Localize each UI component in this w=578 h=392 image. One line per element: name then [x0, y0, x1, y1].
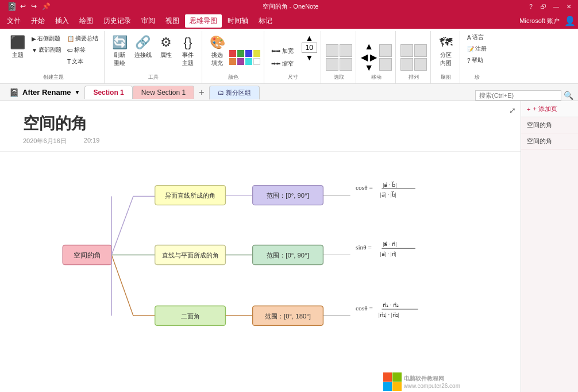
page-item-1[interactable]: 空间的角	[521, 117, 578, 133]
undo-button[interactable]: ↩	[18, 1, 28, 11]
select-option-1[interactable]	[326, 44, 338, 57]
menu-bar: 文件 开始 插入 绘图 历史记录 审阅 视图 思维导图 时间轴 标记 Micro…	[0, 13, 578, 29]
search-area: 🔍	[475, 90, 573, 101]
section-add-button[interactable]: +	[194, 87, 209, 98]
select-option-2[interactable]	[340, 44, 352, 57]
color-swatch-white[interactable]	[253, 58, 260, 65]
menu-mindmap[interactable]: 思维导图	[185, 14, 222, 28]
color-wheel-icon: 🎨	[210, 35, 225, 50]
move-left-btn[interactable]: ◀	[361, 52, 368, 63]
ribbon-btn-refresh[interactable]: 🔄 刷新重绘	[109, 33, 130, 69]
ribbon-btn-widen[interactable]: ⬅➡ 加宽	[269, 46, 296, 56]
window-controls: ? 🗗 — ✕	[526, 2, 573, 10]
arrange-option-1[interactable]	[400, 44, 413, 57]
branch3-formula-num: n⃗₁ · n⃗₂	[383, 302, 399, 308]
select-option-3[interactable]	[326, 58, 338, 71]
color-swatch-yellow[interactable]	[253, 50, 260, 57]
notebook-dropdown-icon[interactable]: ▼	[75, 89, 80, 95]
section-tab-2[interactable]: New Section 1	[133, 86, 194, 99]
menu-start[interactable]: 开始	[26, 14, 49, 28]
user-account[interactable]: Microsoft 账户	[519, 17, 560, 25]
notebook-icon: 📓	[9, 88, 19, 97]
date-text: 2020年6月16日	[23, 137, 67, 145]
page-title: 空间的角	[23, 113, 498, 134]
language-icon: A	[467, 34, 471, 41]
menu-mark[interactable]: 标记	[254, 14, 277, 28]
section-tab-1[interactable]: Section 1	[84, 86, 132, 99]
ribbon-btn-section-map[interactable]: 🗺 分区内图	[436, 33, 456, 69]
redo-button[interactable]: ↪	[29, 1, 38, 11]
ribbon-btn-register[interactable]: 📝 注册	[465, 44, 489, 54]
logo-green	[392, 372, 402, 382]
ribbon-btn-right-sub[interactable]: ▶右侧副题	[29, 33, 64, 44]
color-swatch-green[interactable]	[237, 50, 244, 57]
menu-history[interactable]: 历史记录	[99, 14, 136, 28]
pin-button[interactable]: 📌	[40, 1, 52, 11]
page-date: 2020年6月16日 20:19	[23, 137, 498, 145]
ribbon-group-arrange: 排列	[397, 31, 431, 83]
page-item-2[interactable]: 空间的角	[521, 133, 578, 149]
notebook-name[interactable]: 📓 After Rename ▼	[5, 86, 84, 99]
ribbon-group-color: 🎨 挑选填充 颜色	[203, 31, 264, 83]
new-group-icon: 🗂	[218, 89, 224, 96]
search-input[interactable]	[475, 90, 561, 101]
size-down-btn[interactable]: ▼	[305, 53, 313, 62]
color-swatch-orange[interactable]	[229, 58, 236, 65]
move-down-btn[interactable]: ▼	[364, 63, 373, 73]
color-swatch-cyan[interactable]	[245, 58, 252, 65]
menu-timeline[interactable]: 时间轴	[223, 14, 253, 28]
ribbon-btn-language[interactable]: A 语言	[465, 32, 486, 43]
color-swatch-red[interactable]	[229, 50, 236, 57]
menu-view[interactable]: 视图	[161, 14, 184, 28]
logo-red	[383, 372, 392, 382]
ribbon-btn-text[interactable]: T文本	[65, 56, 101, 67]
color-swatch-purple[interactable]	[237, 58, 244, 65]
arrange-option-3[interactable]	[400, 58, 413, 71]
ribbon-btn-narrow[interactable]: ➡⬅ 缩窄	[269, 59, 296, 69]
user-avatar[interactable]: 👤	[564, 16, 576, 26]
add-page-button[interactable]: + + 添加页	[521, 101, 578, 117]
move-right-btn[interactable]: ▶	[370, 52, 377, 63]
menu-review[interactable]: 审阅	[137, 14, 160, 28]
size-up-btn[interactable]: ▲	[305, 33, 313, 43]
arrange-option-2[interactable]	[414, 44, 427, 57]
ribbon-group-brainmap: 🗺 分区内图 脑图	[432, 31, 460, 83]
menu-file[interactable]: 文件	[2, 14, 25, 28]
ribbon-btn-help[interactable]: ? 帮助	[465, 55, 485, 66]
help-icon: ?	[467, 57, 471, 64]
ribbon-btn-event[interactable]: {} 事件主题	[178, 33, 198, 69]
ribbon-group-create: ⬛ 主题 ▶右侧副题 ▼底部副题 📋摘要总结 🏷标签 T文本	[3, 31, 105, 83]
ribbon-group-create-label: 创建主题	[3, 74, 104, 81]
select-option-4[interactable]	[340, 58, 352, 71]
watermark-url: www.computer26.com	[404, 383, 460, 389]
minimize-button[interactable]: —	[552, 2, 561, 10]
ribbon-btn-bottom-sub[interactable]: ▼底部副题	[29, 45, 64, 55]
menu-insert[interactable]: 插入	[51, 14, 74, 28]
search-button[interactable]: 🔍	[564, 91, 573, 100]
ribbon-btn-color-pick[interactable]: 🎨 挑选填充	[207, 33, 228, 69]
ribbon-btn-tag[interactable]: 🏷标签	[65, 45, 101, 55]
branch3-label: 二面角	[181, 313, 200, 320]
ribbon-btn-connector[interactable]: 🔗 连接线	[132, 33, 155, 61]
section-new-group[interactable]: 🗂 新分区组	[209, 86, 260, 99]
move-option-1[interactable]	[379, 44, 392, 57]
root-label: 空间的角	[74, 251, 101, 259]
move-option-2[interactable]	[379, 58, 392, 71]
ribbon-btn-topic[interactable]: ⬛ 主题	[7, 33, 28, 61]
menu-draw[interactable]: 绘图	[75, 14, 98, 28]
branch2-range-label: 范围：[0°, 90°]	[267, 252, 309, 259]
app-icon: 📓	[7, 2, 17, 11]
ribbon-group-tools: 🔄 刷新重绘 🔗 连接线 ⚙ 属性 {} 事件主题 工具	[106, 31, 202, 83]
restore-button[interactable]: 🗗	[539, 2, 548, 10]
branch1-formula-cos: cosθ =	[356, 184, 373, 191]
close-button[interactable]: ✕	[564, 2, 573, 10]
ribbon-btn-property[interactable]: ⚙ 属性	[156, 33, 176, 61]
ribbon-btn-summary[interactable]: 📋摘要总结	[65, 33, 101, 44]
page-canvas: ⤢ 空间的角 2020年6月16日 20:19 空间的角 异面直线所成的角	[0, 101, 521, 392]
branch2-label: 直线与平面所成的角	[162, 252, 219, 259]
expand-button[interactable]: ⤢	[509, 106, 516, 115]
arrange-option-4[interactable]	[414, 58, 427, 71]
help-button[interactable]: ?	[526, 2, 535, 10]
move-up-btn[interactable]: ▲	[364, 41, 373, 52]
color-swatch-blue[interactable]	[245, 50, 252, 57]
